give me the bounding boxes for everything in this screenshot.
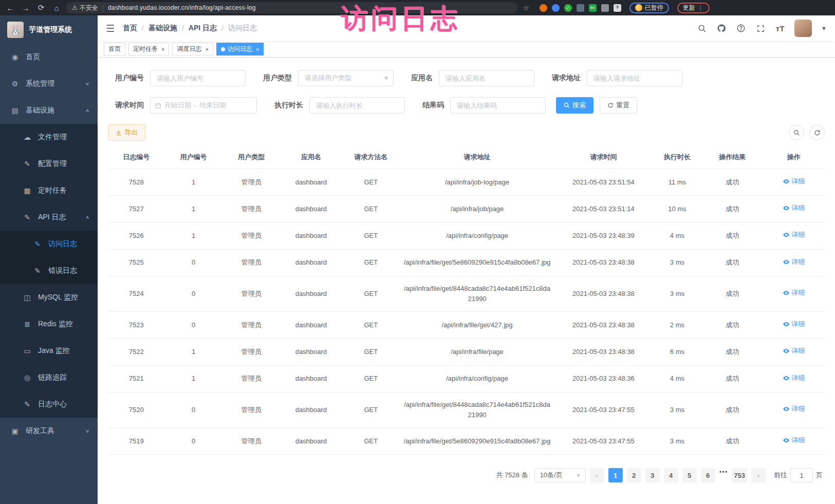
user-type-select[interactable]: 请选择用户类型 ▼	[298, 70, 394, 86]
extension-icon[interactable]: ✓	[564, 4, 572, 12]
request-time-range-picker[interactable]: 开始日期 - 结束日期	[150, 97, 257, 114]
sidebar-menu: ◉首页⚙系统管理∨▤基础设施∧☁文件管理✎配置管理▦定时任务✎API 日志∧✎访…	[0, 44, 98, 504]
cell-user-id: 1	[164, 365, 222, 392]
detail-link[interactable]: 详细	[783, 319, 805, 329]
detail-link[interactable]: 详细	[783, 404, 805, 414]
sidebar-item-system[interactable]: ⚙系统管理∨	[0, 70, 98, 97]
page-size-select[interactable]: 10条/页 ▼	[534, 468, 586, 482]
cell-request-time: 2021-05-03 23:48:38	[554, 312, 653, 339]
browser-reload-button[interactable]: ⟳	[35, 2, 47, 14]
extension-icon[interactable]: BD	[589, 4, 597, 12]
sidebar-item-api-log[interactable]: ✎API 日志∧	[0, 204, 98, 231]
extension-icon[interactable]	[601, 4, 609, 12]
page-button-3[interactable]: 3	[645, 468, 660, 482]
sidebar-item-error-log[interactable]: ✎错误日志	[0, 257, 98, 284]
result-code-input[interactable]	[450, 97, 546, 114]
detail-label: 详细	[791, 288, 805, 298]
detail-link[interactable]: 详细	[783, 230, 805, 240]
browser-menu-icon[interactable]: ⋮	[698, 5, 704, 11]
bookmark-star-icon[interactable]: ☆	[523, 4, 529, 12]
font-size-icon[interactable]: тT	[775, 23, 785, 33]
detail-link[interactable]: 详细	[783, 435, 805, 445]
detail-label: 详细	[791, 373, 805, 383]
tab-home[interactable]: 首页	[104, 43, 125, 55]
security-warning-icon[interactable]: ⚠ 不安全	[72, 4, 98, 12]
extension-icon[interactable]	[552, 4, 560, 12]
browser-url-bar[interactable]: ⚠ 不安全 | dashboard.yudao.iocoder.cn/infra…	[66, 2, 518, 13]
sidebar-item-java[interactable]: ▭Java 监控	[0, 338, 98, 364]
page-button-4[interactable]: 4	[664, 468, 678, 482]
cell-request-time: 2021-05-03 23:47:55	[554, 392, 653, 427]
extensions-puzzle-icon[interactable]: ⧩	[614, 4, 621, 12]
calendar-icon	[155, 102, 161, 109]
goto-page-input[interactable]	[790, 468, 813, 482]
breadcrumb-item[interactable]: 首页	[123, 24, 137, 33]
detail-link[interactable]: 详细	[783, 346, 805, 356]
hamburger-icon[interactable]: ☰	[106, 23, 115, 34]
close-icon[interactable]: ×	[161, 46, 164, 52]
detail-link[interactable]: 详细	[783, 257, 805, 267]
fullscreen-icon[interactable]	[755, 23, 766, 33]
sidebar-item-mysql[interactable]: ◫MySQL 监控	[0, 284, 98, 311]
export-button[interactable]: 导出	[108, 124, 145, 141]
help-icon[interactable]	[736, 23, 746, 33]
app-name-input[interactable]	[439, 70, 534, 86]
sidebar-item-config[interactable]: ✎配置管理	[0, 151, 98, 177]
sidebar-item-job[interactable]: ▦定时任务	[0, 177, 98, 204]
sidebar-item-access-log[interactable]: ✎访问日志	[0, 231, 98, 257]
user-id-input[interactable]	[150, 70, 246, 86]
duration-input[interactable]	[309, 97, 405, 114]
search-icon[interactable]	[697, 23, 707, 33]
tab-access-log[interactable]: 访问日志×	[216, 43, 264, 55]
tab-job[interactable]: 定时任务×	[128, 43, 169, 55]
page-button-5[interactable]: 5	[682, 468, 697, 482]
browser-forward-button[interactable]: →	[20, 2, 32, 14]
browser-back-button[interactable]: ←	[4, 2, 16, 14]
search-button[interactable]: 搜索	[556, 97, 593, 114]
chevron-down-icon[interactable]: ▼	[821, 25, 827, 31]
extension-icon[interactable]	[577, 4, 584, 12]
sidebar-item-redis[interactable]: ≣Redis 监控	[0, 311, 98, 338]
detail-link[interactable]: 详细	[783, 176, 805, 186]
sidebar-item-infra[interactable]: ▤基础设施∧	[0, 97, 98, 124]
user-id-label: 用户编号	[108, 73, 150, 83]
table-row: 75261管理员dashboardGET/api/infra/config/pa…	[108, 222, 825, 249]
refresh-table-button[interactable]	[809, 125, 825, 140]
request-url-input[interactable]	[587, 70, 682, 86]
cell-user-id: 1	[164, 169, 222, 196]
sidebar-item-log-center[interactable]: ✎日志中心	[0, 391, 98, 418]
detail-link[interactable]: 详细	[783, 373, 805, 383]
page-button-1[interactable]: 1	[608, 468, 623, 482]
extension-icon[interactable]	[540, 4, 547, 12]
browser-update-button[interactable]: 更新 ⋮	[677, 3, 710, 13]
cell-request-url: /api/infra/file/get/8448cada8c714e4ab61f…	[400, 392, 554, 427]
more-pages-icon[interactable]: •••	[719, 468, 728, 482]
eye-icon	[783, 321, 790, 328]
top-navbar: ☰ 首页/基础设施/API 日志/访问日志 тT ▼	[98, 15, 835, 41]
close-icon[interactable]: ×	[256, 46, 259, 52]
detail-link[interactable]: 详细	[783, 203, 805, 213]
page-button-6[interactable]: 6	[701, 468, 715, 482]
prev-page-button[interactable]: ‹	[590, 468, 604, 482]
close-icon[interactable]: ×	[205, 46, 208, 52]
breadcrumb-item[interactable]: 基础设施	[149, 24, 177, 33]
toggle-search-button[interactable]	[789, 125, 804, 140]
sidebar-item-trace[interactable]: ◎链路追踪	[0, 364, 98, 391]
detail-link[interactable]: 详细	[783, 288, 805, 298]
page-button-2[interactable]: 2	[627, 468, 641, 482]
sidebar-item-file-manage[interactable]: ☁文件管理	[0, 124, 98, 151]
app-logo[interactable]: 🐰 芋道管理系统	[0, 15, 98, 44]
tab-job-log[interactable]: 调度日志×	[172, 43, 213, 55]
next-page-button[interactable]: ›	[751, 468, 766, 482]
breadcrumb-item[interactable]: API 日志	[189, 24, 217, 33]
sidebar-item-home[interactable]: ◉首页	[0, 44, 98, 70]
page-button-753[interactable]: 753	[732, 468, 747, 482]
reset-button[interactable]: 重置	[600, 97, 637, 114]
cell-actions: 详细	[763, 339, 825, 365]
sidebar-item-dev-tools[interactable]: ▣研发工具∨	[0, 418, 98, 444]
cell-operation-result: 成功	[702, 392, 763, 427]
browser-home-button[interactable]: ⌂	[50, 2, 63, 14]
profile-paused-badge[interactable]: 已暂停	[629, 3, 669, 13]
github-icon[interactable]	[716, 23, 727, 33]
user-avatar[interactable]	[794, 20, 812, 37]
